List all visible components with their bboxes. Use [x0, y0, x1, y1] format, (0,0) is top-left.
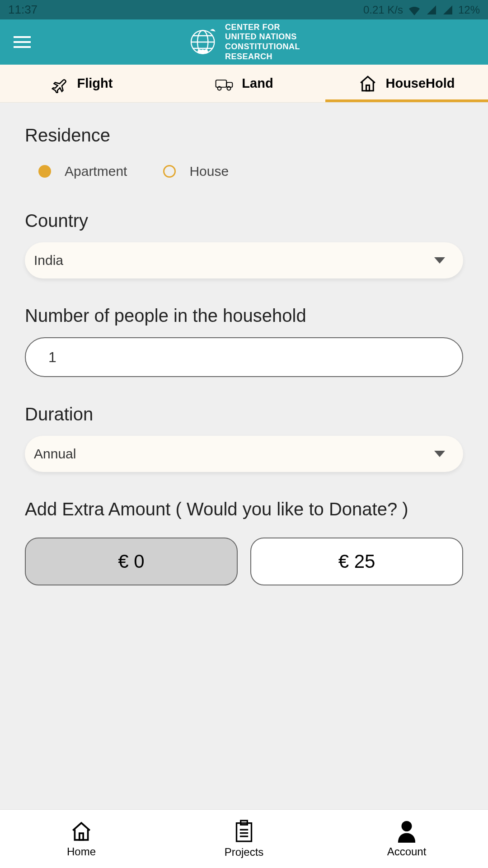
duration-label: Duration [25, 404, 463, 425]
tab-land-label: Land [242, 76, 273, 91]
tab-flight-label: Flight [77, 76, 113, 91]
duration-value: Annual [34, 446, 76, 462]
menu-icon[interactable] [14, 36, 31, 48]
logo-text-1: CENTER FOR [225, 23, 300, 33]
logo-text-3: CONSTITUTIONAL [225, 42, 300, 52]
status-bar: 11:37 0.21 K/s 12% [0, 0, 488, 19]
status-time: 11:37 [8, 3, 38, 17]
svg-rect-14 [237, 823, 252, 841]
app-header: CENTER FOR UNITED NATIONS CONSTITUTIONAL… [0, 19, 488, 65]
logo: CENTER FOR UNITED NATIONS CONSTITUTIONAL… [188, 23, 300, 61]
radio-house-indicator [163, 165, 176, 178]
land-icon [215, 74, 234, 93]
duration-dropdown[interactable]: Annual [25, 436, 463, 472]
logo-text-2: UNITED NATIONS [225, 32, 300, 42]
nav-home[interactable]: Home [0, 810, 163, 868]
tab-flight[interactable]: Flight [0, 65, 163, 102]
svg-point-19 [402, 821, 412, 831]
nav-projects-label: Projects [225, 846, 264, 859]
tab-household[interactable]: HouseHold [325, 65, 488, 102]
category-tabs: Flight Land HouseHold [0, 65, 488, 103]
radio-house-label: House [189, 164, 229, 179]
network-speed: 0.21 K/s [363, 4, 403, 16]
signal-icon-2 [442, 5, 454, 15]
chevron-down-icon [434, 257, 445, 264]
residence-title: Residence [25, 125, 463, 146]
amount-button-0[interactable]: € 0 [25, 538, 238, 585]
tab-land[interactable]: Land [163, 65, 325, 102]
people-label: Number of people in the household [25, 306, 463, 326]
radio-apartment-indicator [38, 165, 51, 178]
amount-25-label: € 25 [338, 551, 375, 572]
radio-apartment[interactable]: Apartment [38, 164, 127, 179]
status-right: 0.21 K/s 12% [363, 4, 480, 16]
country-dropdown[interactable]: India [25, 242, 463, 278]
battery-percent: 12% [458, 4, 480, 16]
nav-account-label: Account [387, 845, 427, 858]
people-input[interactable] [25, 337, 463, 377]
projects-icon [234, 820, 254, 843]
amount-button-25[interactable]: € 25 [250, 538, 463, 585]
nav-projects[interactable]: Projects [163, 810, 325, 868]
amount-button-group: € 0 € 25 [25, 538, 463, 585]
nav-account[interactable]: Account [325, 810, 488, 868]
extra-amount-label: Add Extra Amount ( Would you like to Don… [25, 499, 463, 519]
home-icon [70, 820, 93, 843]
chevron-down-icon [434, 451, 445, 457]
signal-icon [426, 5, 437, 15]
nav-home-label: Home [67, 845, 96, 858]
radio-house[interactable]: House [163, 164, 229, 179]
svg-rect-13 [80, 833, 83, 840]
svg-rect-8 [216, 80, 227, 87]
residence-radio-group: Apartment House [25, 164, 463, 179]
svg-rect-12 [366, 85, 370, 90]
form-content: Residence Apartment House Country India … [0, 103, 488, 809]
household-icon [358, 74, 377, 93]
globe-logo-icon [188, 26, 220, 58]
amount-0-label: € 0 [118, 551, 144, 572]
logo-text-4: RESEARCH [225, 52, 300, 62]
radio-apartment-label: Apartment [65, 164, 127, 179]
account-icon [396, 820, 417, 843]
country-value: India [34, 253, 63, 268]
bottom-nav: Home Projects Account [0, 809, 488, 868]
wifi-icon [408, 5, 421, 15]
flight-icon [50, 74, 69, 93]
tab-household-label: HouseHold [385, 76, 455, 91]
svg-point-7 [204, 49, 208, 53]
country-label: Country [25, 211, 463, 231]
